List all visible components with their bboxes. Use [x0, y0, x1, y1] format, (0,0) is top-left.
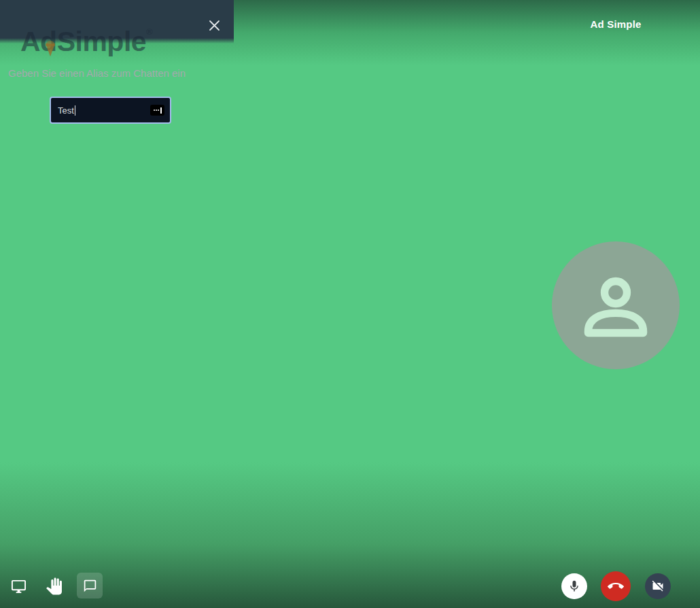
- brand-pin-icon: [46, 44, 55, 56]
- call-end-icon: [608, 578, 624, 594]
- raise-hand-icon: [46, 577, 63, 595]
- alias-prompt-label: Geben Sie einen Alias zum Chatten ein: [8, 67, 226, 79]
- microphone-icon: [567, 579, 581, 593]
- chat-toggle-button[interactable]: [77, 573, 103, 598]
- microphone-button[interactable]: [561, 573, 587, 599]
- screen-share-button[interactable]: [5, 573, 31, 599]
- participant-avatar: [552, 241, 680, 369]
- person-icon: [564, 254, 667, 357]
- camera-off-icon: [651, 579, 665, 593]
- close-x-icon: [209, 20, 220, 31]
- desktop-share-icon: [10, 579, 27, 594]
- camera-toggle-button[interactable]: [645, 573, 671, 599]
- text-suggestions-icon: [150, 105, 164, 116]
- chat-panel: AdSimple® Geben Sie einen Alias zum Chat…: [0, 0, 234, 572]
- chat-bubble-icon: [83, 579, 97, 593]
- text-caret: [75, 105, 75, 116]
- alias-input[interactable]: Test: [50, 97, 171, 124]
- alias-input-value: Test: [58, 105, 74, 116]
- brand-watermark: AdSimple®: [20, 26, 152, 58]
- hangup-button[interactable]: [601, 571, 631, 601]
- raise-hand-button[interactable]: [41, 573, 67, 599]
- meeting-window: Ad Simple AdSimple® Geben Sie einen Alia…: [0, 0, 700, 608]
- chat-close-button[interactable]: [206, 17, 222, 33]
- participant-display-name: Ad Simple: [571, 18, 661, 30]
